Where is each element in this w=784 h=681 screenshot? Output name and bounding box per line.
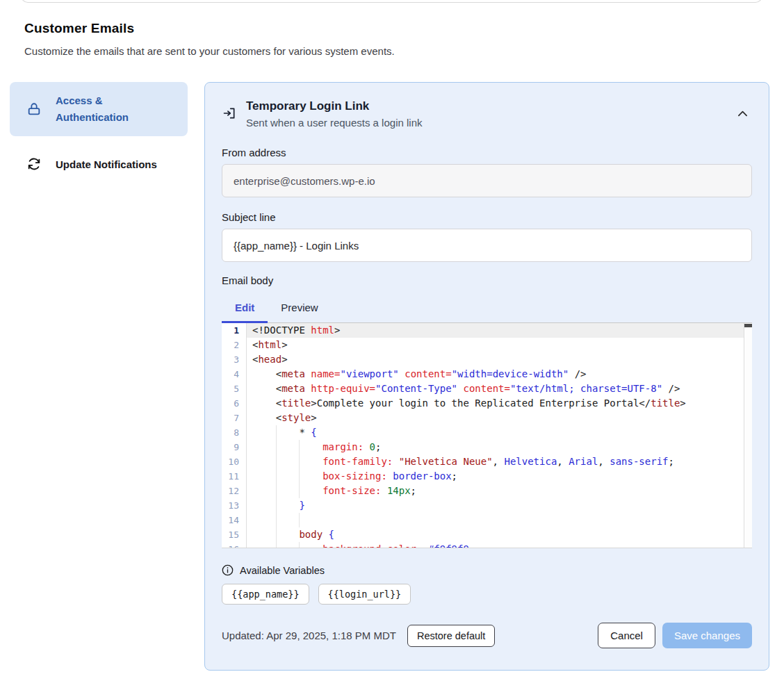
available-variables-row: Available Variables	[222, 564, 752, 576]
sidebar-item-access-authentication[interactable]: Access & Authentication	[10, 82, 188, 136]
line-number: 7	[222, 411, 247, 425]
tab-preview[interactable]: Preview	[268, 293, 331, 322]
sync-icon	[26, 156, 42, 172]
lock-icon	[26, 101, 42, 117]
chevron-up-icon	[737, 109, 748, 120]
line-number: 12	[222, 484, 247, 498]
code-line: 11box-sizing: border-box;	[222, 469, 744, 484]
subject-line-label: Subject line	[222, 211, 752, 223]
panel-subtitle: Sent when a user requests a login link	[246, 117, 733, 129]
line-number: 8	[222, 425, 247, 440]
page-title: Customer Emails	[24, 21, 760, 36]
code-line: 5<meta http-equiv="Content-Type" content…	[222, 381, 744, 396]
line-number: 6	[222, 396, 247, 411]
variable-chip-login-url[interactable]: {{login_url}}	[318, 584, 411, 605]
line-number: 14	[222, 513, 247, 527]
content-layout: Access & Authentication Update Notificat…	[10, 82, 769, 671]
save-changes-button[interactable]: Save changes	[662, 623, 752, 648]
subject-line-input[interactable]	[222, 229, 752, 262]
code-line: 3<head>	[222, 352, 744, 367]
variable-chips: {{app_name}} {{login_url}}	[222, 584, 752, 605]
editor-tabs: Edit Preview	[222, 293, 752, 322]
line-number: 15	[222, 527, 247, 542]
line-number: 10	[222, 454, 247, 469]
page-subtitle: Customize the emails that are sent to yo…	[24, 45, 760, 57]
panel-header: Temporary Login Link Sent when a user re…	[222, 99, 752, 129]
line-number: 11	[222, 469, 247, 484]
collapse-panel-button[interactable]	[733, 105, 752, 124]
updated-timestamp: Updated: Apr 29, 2025, 1:18 PM MDT	[222, 630, 396, 641]
line-number: 16	[222, 542, 247, 548]
login-icon	[222, 106, 236, 120]
from-address-label: From address	[222, 147, 752, 158]
code-line: 15body {	[222, 527, 744, 542]
info-icon	[222, 564, 234, 576]
code-line: 1<!DOCTYPE html>	[222, 323, 744, 338]
code-line: 9margin: 0;	[222, 440, 744, 454]
code-line: 14	[222, 513, 744, 527]
cancel-button[interactable]: Cancel	[598, 623, 655, 648]
editor-scrollbar[interactable]	[744, 323, 752, 548]
code-line: 12font-size: 14px;	[222, 484, 744, 498]
code-line: 13}	[222, 498, 744, 513]
page-header: Customer Emails Customize the emails tha…	[24, 21, 760, 57]
panel-footer: Updated: Apr 29, 2025, 1:18 PM MDT Resto…	[222, 623, 752, 648]
panel-titles: Temporary Login Link Sent when a user re…	[246, 99, 733, 129]
line-number: 2	[222, 338, 247, 352]
email-settings-panel: Temporary Login Link Sent when a user re…	[204, 82, 769, 671]
code-line: 10font-family: "Helvetica Neue", Helveti…	[222, 454, 744, 469]
sidebar-item-label: Access & Authentication	[56, 92, 160, 126]
sidebar: Access & Authentication Update Notificat…	[10, 82, 188, 178]
available-variables-label: Available Variables	[240, 565, 325, 576]
previous-card-bottom-edge	[21, 0, 762, 3]
line-number: 9	[222, 440, 247, 454]
tab-edit[interactable]: Edit	[222, 293, 268, 322]
line-number: 13	[222, 498, 247, 513]
code-line: 2<html>	[222, 338, 744, 352]
line-number: 4	[222, 367, 247, 381]
code-line: 7<style>	[222, 411, 744, 425]
restore-default-button[interactable]: Restore default	[407, 625, 495, 647]
sidebar-item-update-notifications[interactable]: Update Notifications	[10, 150, 188, 178]
line-number: 1	[222, 323, 247, 338]
email-body-label: Email body	[222, 274, 752, 286]
from-address-input[interactable]	[222, 164, 752, 197]
code-editor[interactable]: 1<!DOCTYPE html>2<html>3<head>4<meta nam…	[222, 322, 752, 548]
code-line: 16background-color: #f9f9f9;	[222, 542, 744, 548]
code-line: 8* {	[222, 425, 744, 440]
variable-chip-app-name[interactable]: {{app_name}}	[222, 584, 309, 605]
panel-title: Temporary Login Link	[246, 99, 733, 113]
code-line: 4<meta name="viewport" content="width=de…	[222, 367, 744, 381]
editor-scrollbar-thumb[interactable]	[744, 324, 752, 327]
code-line: 6<title>Complete your login to the Repli…	[222, 396, 744, 411]
sidebar-item-label: Update Notifications	[56, 158, 157, 170]
line-number: 5	[222, 381, 247, 396]
code-lines: 1<!DOCTYPE html>2<html>3<head>4<meta nam…	[222, 323, 744, 548]
line-number: 3	[222, 352, 247, 367]
